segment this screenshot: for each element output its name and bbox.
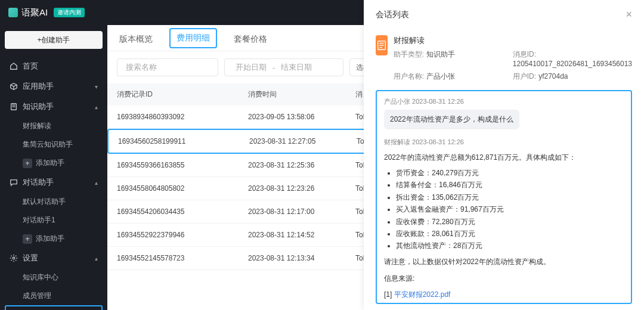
session-drawer: 会话列表 × 财报解读 助手类型:知识助手 消息ID:1205410017_82… xyxy=(364,0,644,310)
tab-1[interactable]: 费用明细 xyxy=(169,28,217,48)
list-item: 应收保费：72,280百万元 xyxy=(396,216,624,228)
start-date-placeholder: 开始日期 xyxy=(236,62,267,73)
source-label: 信息来源: xyxy=(384,272,624,284)
gear-icon xyxy=(10,254,18,262)
search-input[interactable]: 搜索名称 xyxy=(117,58,218,76)
create-assistant-label: +创建助手 xyxy=(37,35,70,45)
brand-logo: 语聚AI xyxy=(8,7,48,18)
list-item: 买入返售金融资产：91,967百万元 xyxy=(396,203,624,215)
user-msg-bubble: 2022年流动性资产是多少，构成是什么 xyxy=(384,110,519,129)
user-id: 用户ID:yf2704da xyxy=(513,72,632,82)
sidebar-item-3-0[interactable]: 默认对话助手 xyxy=(5,193,103,211)
sidebar-section-2[interactable]: 知识助手▴ xyxy=(5,97,103,117)
chevron-icon: ▴ xyxy=(95,104,98,110)
app-name: 财报解读 xyxy=(394,35,632,46)
brand-name: 语聚AI xyxy=(21,7,48,18)
tab-2[interactable]: 套餐价格 xyxy=(231,28,270,51)
sidebar-section-1[interactable]: 应用助手▾ xyxy=(5,76,103,97)
chevron-icon: ▴ xyxy=(95,179,98,186)
sidebar-section-3[interactable]: 对话助手▴ xyxy=(5,172,103,193)
invite-badge: 邀请内测 xyxy=(54,8,85,17)
col-record-id: 消费记录ID xyxy=(117,89,248,100)
list-item: 其他流动性资产：28百万元 xyxy=(396,240,624,252)
chevron-icon: ▴ xyxy=(95,255,98,262)
plus-icon: + xyxy=(23,234,32,244)
chat-icon xyxy=(10,178,18,187)
sidebar-item-2-1[interactable]: 集简云知识助手 xyxy=(5,135,103,154)
end-date-placeholder: 结束日期 xyxy=(281,62,312,73)
date-separator: - xyxy=(273,63,275,72)
bot-msg-meta: 财报解读 2023-08-31 12:26 xyxy=(384,137,624,148)
chevron-icon: ▾ xyxy=(95,83,98,90)
user-msg-meta: 产品小张 2023-08-31 12:26 xyxy=(384,97,624,106)
sidebar-section-4[interactable]: 设置▴ xyxy=(5,248,103,268)
create-assistant-button[interactable]: +创建助手 xyxy=(5,31,103,49)
sidebar-item-3-2[interactable]: +添加助手 xyxy=(5,230,103,248)
list-item: 应收账款：28,061百万元 xyxy=(396,228,624,240)
list-item: 结算备付金：16,846百万元 xyxy=(396,179,624,191)
sidebar-item-2-2[interactable]: +添加助手 xyxy=(5,154,103,172)
bot-note: 请注意，以上数据仅针对2022年的流动性资产构成。 xyxy=(384,256,624,268)
source-link[interactable]: [1] 平安财报2022.pdf xyxy=(384,289,624,300)
list-item: 拆出资金：135,062百万元 xyxy=(396,191,624,203)
assistant-type: 助手类型:知识助手 xyxy=(394,49,513,68)
date-range-input[interactable]: 开始日期 - 结束日期 xyxy=(224,58,343,76)
bot-summary: 2022年的流动性资产总额为612,871百万元。具体构成如下： xyxy=(384,151,624,163)
cube-icon xyxy=(10,82,18,91)
chat-preview-box: 产品小张 2023-08-31 12:26 2022年流动性资产是多少，构成是什… xyxy=(376,90,632,304)
search-placeholder: 搜索名称 xyxy=(126,62,157,73)
col-time: 消费时间 xyxy=(248,89,355,100)
doc-icon xyxy=(10,103,18,111)
list-item: 货币资金：240,279百万元 xyxy=(396,167,624,179)
plus-icon: + xyxy=(23,159,32,168)
sidebar-section-0[interactable]: 首页 xyxy=(5,56,103,76)
brand-mark-icon xyxy=(8,8,18,17)
sidebar-item-4-1[interactable]: 成员管理 xyxy=(5,287,103,305)
drawer-title: 会话列表 xyxy=(376,10,409,20)
app-icon xyxy=(376,35,388,55)
home-icon xyxy=(10,62,18,70)
svg-point-3 xyxy=(13,257,15,259)
sidebar-item-3-1[interactable]: 对话助手1 xyxy=(5,211,103,230)
user-name: 用户名称:产品小张 xyxy=(394,72,513,82)
sidebar-item-4-0[interactable]: 知识库中心 xyxy=(5,268,103,287)
source-link[interactable]: [2] 平安财报2022.pdf xyxy=(384,300,624,304)
close-icon[interactable]: × xyxy=(626,8,632,21)
sidebar-item-2-0[interactable]: 财报解读 xyxy=(5,117,103,135)
msg-id: 消息ID:1205410017_82026481_1693456013 xyxy=(513,49,632,68)
sidebar-item-4-2[interactable]: 费用中心 xyxy=(5,305,103,310)
tab-0[interactable]: 版本概览 xyxy=(117,28,155,51)
